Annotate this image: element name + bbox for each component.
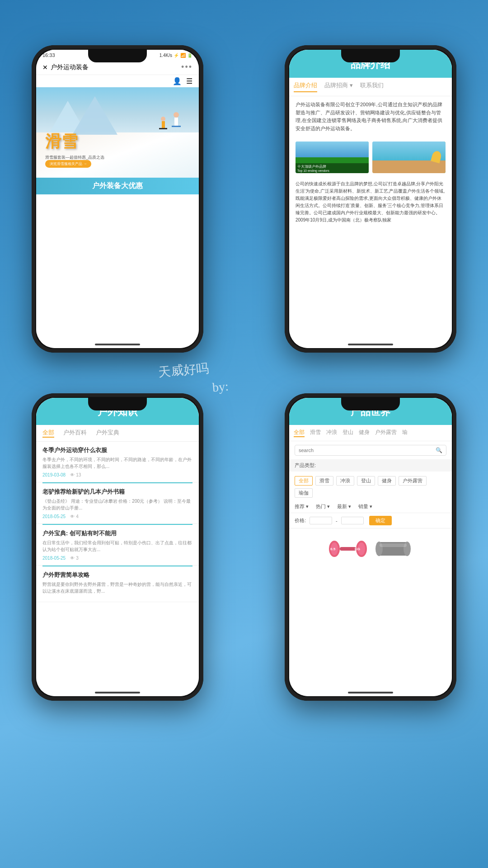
phone-1-notch [88, 50, 147, 62]
phone-3-article-3-title[interactable]: 户外宝典: 创可贴有时不能用 [42, 529, 192, 538]
phone-2-nav-contact[interactable]: 联系我们 [360, 81, 384, 92]
phone-4-product-dumbbell[interactable]: 0.5 KG [328, 533, 368, 565]
phone-1-close-icon[interactable]: ✕ [42, 64, 48, 71]
svg-rect-2 [340, 547, 356, 551]
phone-1-skier [172, 112, 181, 127]
phone-3-article-1: 冬季户外运动穿什么衣服 冬季去户外，不同的环境，不同的时间，不同的路途，不同的年… [36, 442, 199, 482]
phone-3-article-1-date: 2019-03-08 [42, 472, 66, 477]
phone-3-article-2-meta: 2018-05-25 👁 4 [42, 514, 192, 519]
phone-4-cat-all[interactable]: 全部 [294, 429, 305, 437]
svg-text:0.5: 0.5 [330, 547, 336, 551]
phone-4-home-indicator [348, 692, 393, 693]
phone-3-eye-icon-2: 👁 [70, 514, 75, 519]
phone-4-filter-label: 产品类型: [289, 459, 452, 472]
phone-1-screen: 16:33 1.4K/s ⚡ 📶 🔋 ✕ 户外运动装备 ••• 👤 ☰ [36, 50, 199, 348]
phone-4-filter-camping[interactable]: 户外露营 [399, 476, 427, 486]
phone-3-article-2-title[interactable]: 老驴推荐给新驴的几本户外书籍 [42, 488, 192, 496]
phone-4-cat-ski[interactable]: 滑雪 [310, 429, 321, 437]
phone-3-article-3-views: 👁 3 [70, 556, 79, 561]
pillow-svg [373, 533, 413, 565]
phone-2-content-2: 公司的快速成长根源于自主品牌的梦想,公司以'打造卓越品牌,分享户外阳光生活'为使… [289, 178, 452, 228]
phone-4-cat-climb[interactable]: 登山 [343, 429, 353, 437]
handwriting-2: 天威好吗 [158, 359, 210, 381]
phone-4-cat-yoga[interactable]: 瑜 [402, 429, 408, 437]
phone-4-price-min[interactable] [310, 517, 332, 524]
phone-3-article-2: 老驴推荐给新驴的几本户外书籍 《登山圣经》 用途：专业登山/冰攀岩 价格：200… [36, 483, 199, 524]
phone-1-mountain-2 [72, 96, 117, 135]
phone-1-hero-banner: 滑雪 滑雪服套装—超值特惠_品质之选 浏览滑雪服相关产品 → [36, 87, 199, 178]
phone-3-home-indicator [95, 692, 140, 693]
phone-4-search-icon[interactable]: 🔍 [436, 447, 442, 453]
phone-3-article-3-date: 2018-05-25 [42, 556, 66, 561]
phone-2-nav-recruit[interactable]: 品牌招商 ▾ [324, 81, 353, 92]
phone-2-img-2 [372, 142, 446, 173]
phone-1: 16:33 1.4K/s ⚡ 📶 🔋 ✕ 户外运动装备 ••• 👤 ☰ [32, 45, 203, 353]
phone-1-home-indicator [95, 344, 140, 345]
phone-4-sort-sales[interactable]: 销量 ▾ [358, 503, 372, 510]
phone-4-cat-fitness[interactable]: 健身 [359, 429, 370, 437]
phone-4-price-row: 价格: - 确定 [289, 513, 452, 528]
phone-4-filter-all[interactable]: 全部 [295, 476, 313, 486]
phone-1-user-icon[interactable]: 👤 [173, 77, 182, 85]
phone-1-skier-2 [159, 117, 167, 129]
phone-4-filter-surf[interactable]: 冲浪 [336, 476, 354, 486]
phone-3-eye-icon-3: 👁 [70, 556, 75, 561]
phone-2-content-1: 户外运动装备有限公司创立于2009年,公司通过自主知识产权的品牌塑造与推广、产品… [289, 96, 452, 137]
phone-2: 品牌介绍 品牌介绍 品牌招商 ▾ 联系我们 户外运动装备有限公司创立于2009年… [285, 45, 456, 353]
phone-3-tab-all[interactable]: 全部 [42, 429, 54, 438]
phone-4-filter-tags: 全部 滑雪 冲浪 登山 健身 户外露营 瑜伽 [289, 473, 452, 500]
phone-3-tab-wiki[interactable]: 户外百科 [63, 429, 87, 438]
phone-4-filter-ski[interactable]: 滑雪 [315, 476, 333, 486]
svg-rect-10 [380, 543, 407, 547]
phone-3-article-1-views: 👁 13 [70, 472, 81, 477]
phone-4-categories: 全部 滑雪 冲浪 登山 健身 户外露营 瑜 [289, 425, 452, 441]
phone-3-tabs: 全部 户外百科 户外宝典 [36, 425, 199, 442]
phone-4-sort-popular[interactable]: 热门 ▾ [316, 503, 330, 510]
handwriting-3: by: [212, 379, 229, 395]
phone-3-tab-guide[interactable]: 户外宝典 [96, 429, 119, 438]
phone-1-hero-title: 滑雪 [45, 131, 78, 153]
phone-2-img-1: 十大顶级户外品牌 Top 10 ending vendors [296, 142, 369, 173]
phone-2-img-1-label: 十大顶级户外品牌 Top 10 ending vendors [296, 163, 369, 173]
phone-4-sort-newest[interactable]: 最新 ▾ [337, 503, 351, 510]
phone-4-search-input[interactable] [299, 448, 433, 453]
phone-3-article-3-desc: 在日常生活中，我们经常会用到创可贴，特别是小伤口、出了点血，往往都认为站个创可贴… [42, 539, 192, 553]
phone-2-image-row: 十大顶级户外品牌 Top 10 ending vendors [289, 142, 452, 173]
phone-4-filter-climb[interactable]: 登山 [357, 476, 375, 486]
phone-4-price-max[interactable] [341, 517, 364, 524]
phone-4-price-dash: - [336, 518, 338, 524]
phone-4-sort-recommend[interactable]: 推荐 ▾ [295, 503, 309, 510]
phone-4-notch [341, 398, 400, 410]
phone-1-promo-banner[interactable]: 户外装备大优惠 [36, 178, 199, 194]
phone-2-screen: 品牌介绍 品牌介绍 品牌招商 ▾ 联系我们 户外运动装备有限公司创立于2009年… [289, 50, 452, 348]
phone-3-article-2-date: 2018-05-25 [42, 514, 66, 519]
phone-3-screen: 户外知识 全部 户外百科 户外宝典 冬季户外运动穿什么衣服 冬季去户外，不同的环… [36, 398, 199, 696]
phone-1-topicons: 👤 ☰ [36, 75, 199, 87]
phone-4-cat-surf[interactable]: 冲浪 [326, 429, 337, 437]
phone-2-nav-brand[interactable]: 品牌介绍 [294, 81, 317, 92]
phone-1-more-icon[interactable]: ••• [181, 62, 192, 72]
phone-1-menu-icon[interactable]: ☰ [186, 77, 192, 85]
phone-4-price-label: 价格: [295, 517, 306, 524]
phone-4-filter-fitness[interactable]: 健身 [378, 476, 396, 486]
phone-1-time: 16:33 [42, 52, 55, 58]
phone-2-home-indicator [348, 344, 393, 345]
phone-3-notch [88, 398, 147, 410]
phone-1-bt-icon: ⚡ [174, 53, 179, 58]
phone-3: 户外知识 全部 户外百科 户外宝典 冬季户外运动穿什么衣服 冬季去户外，不同的环… [32, 393, 203, 701]
phone-4-cat-camping[interactable]: 户外露营 [375, 429, 397, 437]
phone-4-price-confirm-btn[interactable]: 确定 [369, 516, 392, 525]
phone-4-product-pillow[interactable] [373, 533, 413, 565]
phone-4-search-bar[interactable]: 🔍 [295, 445, 446, 456]
phone-3-article-2-desc: 《登山圣经》 用途：专业登山/冰攀岩 价格：200元（参考） 说明：至今最为全面… [42, 498, 192, 511]
phone-4-filter-yoga[interactable]: 瑜伽 [295, 488, 313, 498]
svg-text:KG: KG [355, 547, 360, 551]
phone-1-hero-btn[interactable]: 浏览滑雪服相关产品 → [45, 160, 91, 168]
phone-1-back-title: ✕ 户外运动装备 [42, 63, 89, 71]
phone-4: 产品世界 全部 滑雪 冲浪 登山 健身 户外露营 瑜 🔍 产品类型: 全部 [285, 393, 456, 701]
phone-1-page-title: 户外运动装备 [51, 63, 89, 71]
phone-3-article-1-title[interactable]: 冬季户外运动穿什么衣服 [42, 446, 192, 454]
phone-1-data-speed: 1.4K/s [160, 53, 172, 58]
phone-1-battery-icon: 🔋 [187, 53, 192, 58]
phone-3-article-4-title[interactable]: 户外野营简单攻略 [42, 571, 192, 579]
